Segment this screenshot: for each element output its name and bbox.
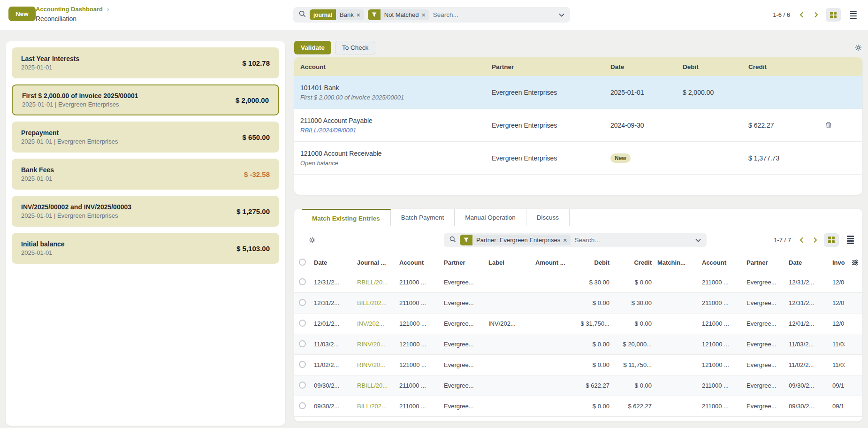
invoice-cell: 12/01/2 bbox=[830, 279, 845, 286]
radio-icon[interactable] bbox=[299, 278, 306, 285]
search-placeholder[interactable]: Search... bbox=[574, 237, 692, 244]
journal-entry-link[interactable]: BILL/202... bbox=[354, 403, 396, 410]
chevron-down-icon[interactable] bbox=[559, 13, 564, 17]
reconcile-row[interactable]: 211000 Account PayableRBILL/2024/09/0001… bbox=[294, 109, 862, 142]
row-select[interactable] bbox=[294, 299, 311, 307]
row-select[interactable] bbox=[294, 382, 311, 390]
tab-batch-payment[interactable]: Batch Payment bbox=[391, 209, 455, 226]
reconcile-row[interactable]: 121000 Account ReceivableOpen balanceEve… bbox=[294, 142, 862, 175]
column-header[interactable]: Credit bbox=[612, 259, 655, 266]
account-cell: 211000 Account PayableRBILL/2024/09/0001 bbox=[300, 117, 492, 134]
chevron-down-icon[interactable] bbox=[695, 238, 701, 242]
radio-icon[interactable] bbox=[299, 361, 306, 368]
pager-next-button[interactable] bbox=[810, 236, 820, 244]
breadcrumb-parent-link[interactable]: Accounting Dashboard bbox=[36, 6, 103, 13]
match-row[interactable]: 11/03/2...RINV/20...121000 ...Evergree..… bbox=[294, 334, 862, 355]
row-select[interactable] bbox=[294, 320, 311, 328]
reconcile-row[interactable]: 101401 BankFirst $ 2,000.00 of invoice 2… bbox=[294, 76, 862, 109]
column-header[interactable]: Partner bbox=[744, 259, 786, 266]
journal-entry-link[interactable]: RINV/20... bbox=[354, 341, 396, 348]
radio-icon[interactable] bbox=[299, 299, 306, 306]
kanban-view-toggle[interactable] bbox=[826, 8, 841, 22]
new-button[interactable]: New bbox=[8, 7, 36, 21]
to-check-button[interactable]: To Check bbox=[335, 41, 375, 54]
journal-entry-link[interactable]: RBILL/20... bbox=[354, 279, 396, 286]
journal-entry-link[interactable]: RINV/20... bbox=[354, 361, 396, 368]
radio-icon[interactable] bbox=[299, 320, 306, 327]
date-cell: 12/31/2... bbox=[311, 279, 354, 286]
breadcrumb: Accounting Dashboard › Reconciliation bbox=[36, 5, 109, 23]
match-row[interactable]: 12/31/2...RBILL/20...211000 ...Evergree.… bbox=[294, 272, 862, 293]
journal-entry-link[interactable]: BILL/202... bbox=[354, 299, 396, 306]
pager-next-button[interactable] bbox=[811, 11, 821, 19]
list-settings-gear-icon[interactable] bbox=[308, 236, 316, 244]
account-note: First $ 2,000.00 of invoice 2025/00001 bbox=[300, 94, 492, 101]
reconcile-settings-gear-icon[interactable] bbox=[854, 44, 862, 52]
row-select[interactable] bbox=[294, 361, 311, 369]
match-row[interactable]: 11/02/2...RINV/20...121000 ...Evergree..… bbox=[294, 355, 862, 375]
journal-entry-link[interactable]: RBILL/20... bbox=[354, 382, 396, 389]
match-search-bar[interactable]: Partner: Evergreen Enterprises × Search.… bbox=[444, 233, 707, 247]
statement-line[interactable]: INV/2025/00002 and INV/2025/000032025-01… bbox=[12, 196, 279, 227]
column-header[interactable]: Journal ... bbox=[354, 259, 396, 266]
column-header[interactable]: Account bbox=[699, 259, 744, 266]
pager-previous-button[interactable] bbox=[797, 236, 807, 244]
statement-line[interactable]: Initial balance2025-01-01$ 5,103.00 bbox=[12, 233, 279, 264]
pager-previous-button[interactable] bbox=[797, 11, 807, 19]
account-cell: 121000 ... bbox=[396, 320, 441, 327]
search-placeholder[interactable]: Search... bbox=[433, 11, 555, 18]
account2-cell: 211000 ... bbox=[699, 382, 744, 389]
list-view-toggle[interactable] bbox=[843, 233, 858, 247]
match-row[interactable]: 12/01/2...INV/202...121000 ...Evergree..… bbox=[294, 313, 862, 334]
global-search-bar[interactable]: journal Bank × Not Matched × Search... bbox=[293, 7, 570, 23]
column-header[interactable]: Amount ... bbox=[533, 259, 572, 266]
date2-cell: 12/01/2... bbox=[786, 320, 830, 327]
match-row[interactable]: 09/30/2...RBILL/20...211000 ...Evergree.… bbox=[294, 375, 862, 396]
column-header[interactable]: Date bbox=[311, 259, 354, 266]
radio-icon[interactable] bbox=[299, 340, 306, 347]
tab-manual-operation[interactable]: Manual Operation bbox=[455, 209, 526, 226]
credit-cell: $ 30.00 bbox=[612, 299, 655, 306]
optional-columns-icon[interactable] bbox=[845, 260, 862, 266]
credit-cell: $ 0.00 bbox=[612, 382, 655, 389]
statement-line[interactable]: Prepayment2025-01-01 | Evergreen Enterpr… bbox=[12, 122, 279, 153]
select-all-radio[interactable] bbox=[294, 259, 311, 267]
radio-icon[interactable] bbox=[299, 402, 306, 409]
column-header[interactable]: Matchin... bbox=[655, 259, 699, 266]
validate-button[interactable]: Validate bbox=[294, 41, 331, 54]
list-view-toggle[interactable] bbox=[845, 8, 860, 22]
search-facet-partner: Partner: Evergreen Enterprises × bbox=[460, 235, 571, 245]
row-select[interactable] bbox=[294, 278, 311, 287]
statement-line[interactable]: Last Year Interests2025-01-01$ 102.78 bbox=[12, 47, 279, 78]
column-header[interactable]: Date bbox=[786, 259, 830, 266]
partner-cell: Evergree... bbox=[441, 382, 486, 389]
remove-facet-icon[interactable]: × bbox=[421, 11, 429, 19]
remove-facet-icon[interactable]: × bbox=[562, 237, 571, 244]
delete-line-button[interactable] bbox=[814, 122, 832, 129]
remove-facet-icon[interactable]: × bbox=[356, 11, 364, 19]
credit-cell: $ 11,750... bbox=[612, 361, 655, 368]
kanban-icon bbox=[830, 12, 837, 18]
kanban-view-toggle[interactable] bbox=[824, 233, 839, 247]
statement-line[interactable]: First $ 2,000.00 of invoice 2025/0000120… bbox=[12, 84, 279, 115]
pager-range: 1-6 / 6 bbox=[773, 11, 790, 18]
column-header[interactable]: Account bbox=[396, 259, 441, 266]
radio-icon[interactable] bbox=[299, 382, 306, 389]
journal-entry-link[interactable]: RBILL/2024/09/0001 bbox=[300, 127, 492, 134]
match-row[interactable]: 09/30/2...BILL/202...211000 ...Evergree.… bbox=[294, 396, 862, 417]
statement-line[interactable]: Bank Fees2025-01-01$ -32.58 bbox=[12, 159, 279, 190]
column-header[interactable]: Invoice bbox=[830, 259, 845, 266]
match-row[interactable]: 12/31/2...BILL/202...211000 ...Evergree.… bbox=[294, 293, 862, 313]
top-bar: New Accounting Dashboard › Reconciliatio… bbox=[0, 0, 868, 30]
partner-cell: Evergree... bbox=[441, 403, 486, 410]
row-select[interactable] bbox=[294, 340, 311, 349]
column-header[interactable]: Debit bbox=[572, 259, 612, 266]
row-select[interactable] bbox=[294, 402, 311, 411]
column-header[interactable]: Partner bbox=[441, 259, 486, 266]
column-header[interactable]: Label bbox=[486, 259, 533, 266]
journal-entry-link[interactable]: INV/202... bbox=[354, 320, 396, 327]
radio-icon[interactable] bbox=[299, 259, 306, 266]
tab-discuss[interactable]: Discuss bbox=[526, 209, 570, 226]
statement-line-text: First $ 2,000.00 of invoice 2025/0000120… bbox=[22, 92, 230, 108]
tab-match-existing-entries[interactable]: Match Existing Entries bbox=[302, 209, 391, 226]
